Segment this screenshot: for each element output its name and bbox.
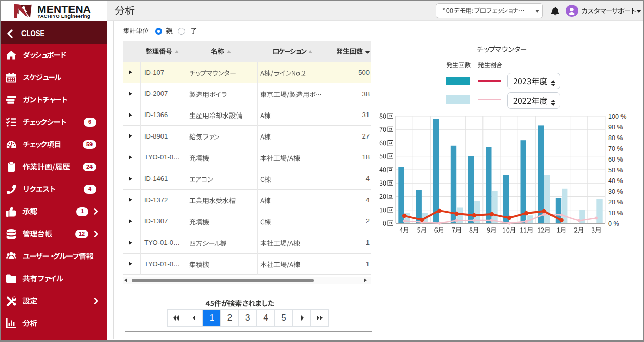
svg-text:0 %: 0 % (608, 220, 619, 227)
svg-text:60 %: 60 % (608, 156, 623, 163)
svg-text:10 %: 10 % (608, 210, 623, 217)
svg-text:50 %: 50 % (608, 167, 623, 174)
svg-text:100 %: 100 % (608, 113, 626, 120)
svg-text:40 %: 40 % (608, 177, 623, 185)
svg-text:70 %: 70 % (608, 145, 623, 152)
svg-text:20 %: 20 % (608, 199, 623, 206)
svg-text:80 %: 80 % (608, 134, 623, 142)
svg-text:30 %: 30 % (608, 188, 623, 195)
svg-text:90 %: 90 % (608, 124, 623, 131)
